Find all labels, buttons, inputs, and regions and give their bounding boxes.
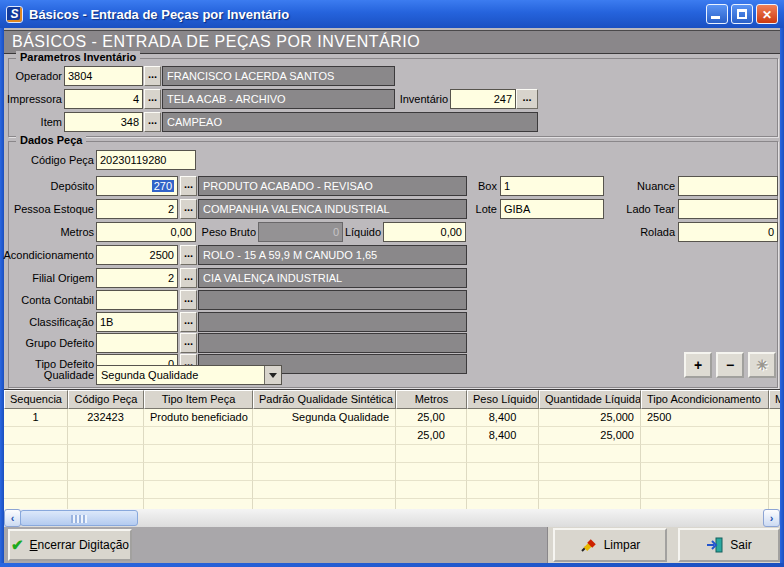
acondicionamento-lookup-button[interactable]: ... <box>180 245 197 265</box>
item-lookup-button[interactable]: ... <box>144 112 161 132</box>
item-label: Item <box>0 112 62 132</box>
metros-field[interactable]: 0,00 <box>96 222 196 242</box>
grid-column-header[interactable]: M <box>769 390 780 409</box>
table-cell <box>253 481 396 499</box>
lote-label: Lote <box>437 199 497 219</box>
impressora-lookup-button[interactable]: ... <box>144 89 161 109</box>
conta-contabil-lookup-button[interactable]: ... <box>180 290 197 310</box>
grid-column-header[interactable]: Tipo Acondicionamento <box>641 390 769 409</box>
table-cell <box>769 427 780 445</box>
table-row[interactable]: 1232423Produto beneficiadoSegunda Qualid… <box>4 409 780 427</box>
table-row[interactable] <box>4 481 780 499</box>
deposito-field[interactable]: 270 <box>96 176 178 196</box>
operador-lookup-button[interactable]: ... <box>144 66 161 86</box>
deposito-lookup-button[interactable]: ... <box>180 176 197 196</box>
table-cell <box>539 463 641 481</box>
delete-row-button[interactable]: − <box>716 352 744 378</box>
classificacao-field[interactable]: 1B <box>96 312 178 332</box>
scroll-right-button[interactable]: › <box>763 509 780 527</box>
rolada-field[interactable]: 0 <box>678 222 778 242</box>
table-cell: 8,400 <box>467 427 539 445</box>
encerrar-digitacao-button[interactable]: ✔ Encerrar Digitação <box>8 529 132 561</box>
table-cell <box>68 445 144 463</box>
table-cell <box>4 499 68 509</box>
deposito-label: Depósito <box>0 176 94 196</box>
grid-header-row: SequenciaCódigo PeçaTipo Item PeçaPadrão… <box>4 390 780 409</box>
grupo-defeito-field[interactable] <box>96 333 178 353</box>
title-bar[interactable]: S Básicos - Entrada de Peças por Inventá… <box>0 0 784 28</box>
inventario-lookup-button[interactable]: ... <box>516 89 538 109</box>
classificacao-lookup-button[interactable]: ... <box>180 312 197 332</box>
table-cell <box>769 499 780 509</box>
table-cell <box>769 463 780 481</box>
table-row[interactable]: 25,008,40025,000 <box>4 427 780 445</box>
params-group-title: Parametros Inventário <box>16 51 140 63</box>
sair-button[interactable]: Sair <box>678 528 780 562</box>
pessoa-estoque-field[interactable]: 2 <box>96 199 178 219</box>
peso-bruto-field: 0 <box>258 222 343 242</box>
table-cell: 25,000 <box>539 409 641 427</box>
footer-bar: ✔ Encerrar Digitação Limpar Sair <box>4 527 780 563</box>
sair-label: Sair <box>730 538 751 552</box>
qualidade-combobox[interactable]: Segunda Qualidade <box>96 365 282 385</box>
operador-label: Operador <box>0 66 62 86</box>
close-button[interactable]: ✕ <box>756 4 778 24</box>
table-cell <box>641 463 769 481</box>
table-cell: 232423 <box>68 409 144 427</box>
grid-body: 1232423Produto beneficiadoSegunda Qualid… <box>4 409 780 509</box>
operador-field[interactable]: 3804 <box>64 66 143 86</box>
inventario-field[interactable]: 247 <box>450 89 516 109</box>
table-cell <box>253 499 396 509</box>
scrollbar-thumb[interactable] <box>20 510 138 526</box>
lado-tear-field[interactable] <box>678 199 778 219</box>
table-row[interactable] <box>4 499 780 509</box>
table-row[interactable] <box>4 445 780 463</box>
table-cell <box>144 499 253 509</box>
classificacao-label: Classificação <box>0 312 94 332</box>
table-row[interactable] <box>4 463 780 481</box>
grid-column-header[interactable]: Quantidade Líquida <box>539 390 641 409</box>
nuance-field[interactable] <box>678 176 778 196</box>
conta-contabil-field[interactable] <box>96 290 178 310</box>
grid-column-header[interactable]: Código Peça <box>68 390 144 409</box>
scroll-left-button[interactable]: ‹ <box>4 509 21 527</box>
maximize-button[interactable] <box>731 4 753 24</box>
table-cell <box>396 481 467 499</box>
grid-column-header[interactable]: Sequencia <box>4 390 68 409</box>
acondicionamento-field[interactable]: 2500 <box>96 245 178 265</box>
add-row-button[interactable]: + <box>684 352 712 378</box>
limpar-button[interactable]: Limpar <box>553 528 667 562</box>
classificacao-display <box>198 312 467 332</box>
impressora-field[interactable]: 4 <box>64 89 143 109</box>
codigo-peca-field[interactable]: 20230119280 <box>96 150 196 170</box>
item-field[interactable]: 348 <box>64 112 143 132</box>
filial-origem-field[interactable]: 2 <box>96 268 178 288</box>
table-cell: 25,000 <box>539 427 641 445</box>
window-border-right <box>780 28 784 567</box>
table-cell: Segunda Qualidade <box>253 409 396 427</box>
liquido-field[interactable]: 0,00 <box>383 222 466 242</box>
application-window: S Básicos - Entrada de Peças por Inventá… <box>0 0 784 567</box>
chevron-down-icon <box>269 373 277 382</box>
parts-grid[interactable]: SequenciaCódigo PeçaTipo Item PeçaPadrão… <box>4 389 780 509</box>
minimize-button[interactable] <box>706 4 728 24</box>
table-cell <box>769 445 780 463</box>
table-cell <box>467 499 539 509</box>
horizontal-scrollbar[interactable]: ‹ › <box>4 509 780 527</box>
grid-column-header[interactable]: Tipo Item Peça <box>144 390 253 409</box>
table-cell <box>641 481 769 499</box>
table-cell: 2500 <box>641 409 769 427</box>
window-title: Básicos - Entrada de Peças por Inventári… <box>29 7 289 22</box>
table-cell <box>641 427 769 445</box>
qualidade-dropdown-button[interactable] <box>264 366 281 384</box>
pessoa-estoque-lookup-button[interactable]: ... <box>180 199 197 219</box>
table-cell <box>396 445 467 463</box>
grupo-defeito-lookup-button[interactable]: ... <box>180 333 197 353</box>
qualidade-value: Segunda Qualidade <box>101 369 198 381</box>
impressora-display: TELA ACAB - ARCHIVO <box>162 89 395 109</box>
table-cell <box>4 481 68 499</box>
grid-column-header[interactable]: Padrão Qualidade Sintética <box>253 390 396 409</box>
grid-column-header[interactable]: Metros <box>396 390 467 409</box>
filial-origem-lookup-button[interactable]: ... <box>180 268 197 288</box>
grid-column-header[interactable]: Peso Líquido <box>467 390 539 409</box>
